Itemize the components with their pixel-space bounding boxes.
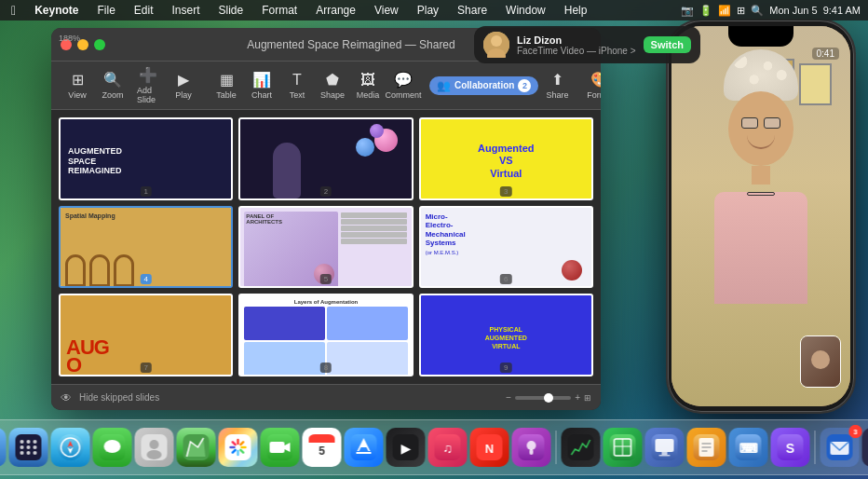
slide-4-title: Spatial Mapping [65,212,226,219]
media-button[interactable]: 🖼 Media [351,69,385,103]
dock-music[interactable]: ♫ [428,428,468,467]
slide-5-number: 5 [320,274,332,284]
dock-calendar[interactable]: 5 [303,428,342,467]
dock-podcasts[interactable] [512,428,551,467]
comment-button[interactable]: 💬 Comment [387,68,420,103]
table-button[interactable]: ▦ Table [210,68,243,103]
menubar:  Keynote File Edit Insert Slide Format … [0,0,868,21]
format-button[interactable]: 🎨 Format [583,68,601,103]
zoom-out-button[interactable]: − [506,392,511,403]
dock-photos[interactable] [219,428,258,467]
slide-4[interactable]: Spatial Mapping 4 [59,206,233,289]
svg-text:⌨: ⌨ [739,441,758,456]
arrange-menu[interactable]: Arrange [312,4,359,17]
app-name-menu[interactable]: Keynote [31,4,82,17]
slide-4-arch-3 [114,254,134,287]
svg-text:♫: ♫ [442,441,453,456]
zoom-in-button[interactable]: + [575,392,580,403]
svg-rect-64 [659,455,671,457]
zoom-icon: 🔍 [103,71,122,89]
share-button[interactable]: ⬆ Share [540,68,574,103]
slide-8-block-4 [327,342,408,376]
view-menu[interactable]: View [371,4,402,17]
apple-menu[interactable]:  [7,3,20,18]
dock-keynote[interactable] [645,428,685,467]
svg-text:5: 5 [319,445,325,458]
zoom-thumb [544,393,553,403]
facetime-self-view[interactable] [800,335,841,388]
share-menu[interactable]: Share [454,4,491,17]
media-label: Media [357,90,380,100]
chart-label: Chart [251,90,272,100]
window-menu[interactable]: Window [502,4,549,17]
slide-9[interactable]: PHYSICALAUGMENTEDVIRTUAL 9 [419,294,593,376]
svg-point-23 [104,440,121,453]
file-menu[interactable]: File [93,4,118,17]
slide-1-number: 1 [140,186,151,197]
dock-launchpad[interactable] [9,428,48,467]
svg-point-12 [20,445,24,449]
dock-xcode[interactable]: ⌨ [729,428,768,467]
edit-menu[interactable]: Edit [130,4,157,17]
dock-safari[interactable] [51,428,90,467]
svg-point-1 [491,35,502,47]
text-icon: T [292,72,302,89]
slide-5-row-3 [341,226,407,231]
zoom-button[interactable]: 🔍 Zoom [96,68,129,103]
slide-2[interactable]: 2 [238,117,413,200]
slide-6[interactable]: Micro- Electro- Mechanical Systems (or M… [419,206,593,289]
slide-5-title: PANEL OFARCHITECTS [244,212,338,226]
svg-point-27 [147,450,162,459]
add-slide-label: Add Slide [137,86,159,104]
dock-mail[interactable]: 3 [821,428,860,467]
dock-appstore[interactable] [345,428,384,467]
dock-numbers[interactable] [604,428,643,467]
zoom-slider[interactable] [515,396,571,400]
slide-menu[interactable]: Slide [215,4,248,17]
slide-8[interactable]: Layers of Augmentation 8 [238,294,413,376]
dock-setapp[interactable]: S [771,428,810,467]
fit-button[interactable]: ⊞ [584,393,591,403]
zoom-indicator: 188% [59,34,80,43]
slide-7-text: AUGO [66,339,109,374]
dock-facetime[interactable] [261,428,300,467]
facetime-switch-button[interactable]: Switch [644,36,691,53]
svg-text:▶: ▶ [400,441,411,456]
collaboration-count: 2 [518,79,531,92]
dock-apple-tv[interactable]: ▶ [387,428,426,467]
dock: 5 ▶ ♫ N ⌨ S [0,419,868,475]
collaboration-button[interactable]: 👥 Collaboration 2 [429,76,538,95]
svg-point-54 [527,441,536,450]
slide-7[interactable]: AUGO 7 [59,294,233,376]
dock-messages[interactable] [93,428,132,467]
dock-trash[interactable] [862,428,869,467]
dock-maps[interactable] [177,428,216,467]
chart-button[interactable]: 📊 Chart [245,68,278,103]
format-menu[interactable]: Format [258,4,301,17]
slide-6-text: Micro- Electro- Mechanical Systems (or M… [426,212,587,257]
play-button[interactable]: ▶ Play [167,68,200,103]
dock-news[interactable]: N [470,428,509,467]
slide-1[interactable]: AUGMENTEDSPACEREIMAGINED 1 [59,117,233,200]
add-slide-button[interactable]: ➕ Add Slide [131,63,165,107]
insert-menu[interactable]: Insert [169,4,204,17]
slide-8-block-1 [244,307,325,340]
play-menu[interactable]: Play [414,4,442,17]
text-button[interactable]: T Text [280,69,314,103]
wifi-icon: 📶 [718,5,731,17]
share-icon: ⬆ [551,71,563,89]
dock-finder[interactable] [0,428,7,467]
search-icon[interactable]: 🔍 [751,5,764,17]
help-menu[interactable]: Help [561,4,591,17]
maximize-button[interactable] [94,39,105,50]
dock-pages[interactable] [687,428,726,467]
slide-3[interactable]: Augmented VS Virtual 3 [419,117,593,200]
slide-5[interactable]: PANEL OFARCHITECTS 5 [238,206,413,289]
desktop:  Keynote File Edit Insert Slide Format … [0,0,868,479]
slide-8-title: Layers of Augmentation [244,299,407,305]
dock-contacts[interactable] [135,428,174,467]
svg-rect-55 [530,449,534,455]
shape-button[interactable]: ⬟ Shape [316,68,349,103]
dock-stocks[interactable] [562,428,601,467]
view-button[interactable]: ⊞ View [61,68,94,103]
